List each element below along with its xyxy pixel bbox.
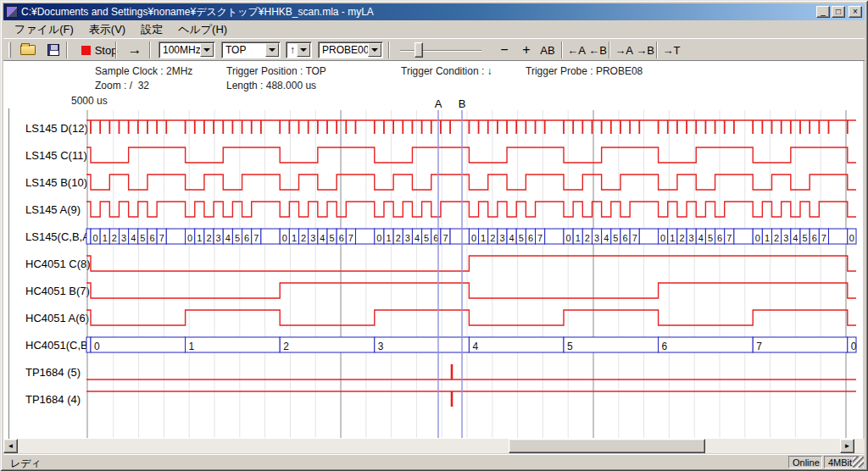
bus-cell <box>375 337 470 352</box>
bus-value: 5 <box>519 233 524 243</box>
scroll-left-icon[interactable]: ◄ <box>3 439 18 453</box>
bus-value: 4 <box>131 233 136 243</box>
bus-value: 5 <box>424 233 429 243</box>
bus-value: 7 <box>442 233 448 243</box>
bus-value: 2 <box>585 233 590 243</box>
bus-value: 5 <box>613 233 618 243</box>
bus-value: 0 <box>376 233 381 243</box>
bus-cell <box>734 229 753 244</box>
bus-value: 7 <box>756 341 762 352</box>
bus-value: 7 <box>253 233 259 243</box>
bus-value: 5 <box>803 233 808 243</box>
bus-value: 3 <box>499 233 504 243</box>
bus-value: 1 <box>670 233 675 243</box>
bus-value: 6 <box>662 341 668 352</box>
waveform-plot[interactable]: 0123456701234567012345670123456701234567… <box>0 0 868 471</box>
bus-value: 3 <box>405 233 410 243</box>
bus-value: 7 <box>348 233 353 243</box>
bus-value: 0 <box>471 233 476 243</box>
bus-value: 1 <box>576 233 581 243</box>
bus-value: 0 <box>282 233 287 243</box>
bus-value: 3 <box>783 233 788 243</box>
bus-value: 6 <box>528 233 533 243</box>
bus-value: 6 <box>717 233 722 243</box>
bus-value: 2 <box>301 233 306 243</box>
bus-value: 6 <box>149 233 154 243</box>
bus-cell <box>86 229 91 244</box>
scroll-right-icon[interactable]: ► <box>840 439 854 453</box>
bus-value: 0 <box>660 233 665 243</box>
bus-value: 5 <box>708 233 713 243</box>
bus-value: 2 <box>396 233 401 243</box>
bus-value: 1 <box>765 233 770 243</box>
bus-value: 3 <box>689 233 694 243</box>
bus-value: 0 <box>566 233 571 243</box>
bus-cell <box>545 229 564 244</box>
bus-cell <box>91 337 186 352</box>
bus-cell <box>469 337 564 352</box>
bus-value: 0 <box>187 233 192 243</box>
bus-value: 7 <box>537 233 542 243</box>
bus-cell <box>280 337 375 352</box>
bus-value: 3 <box>121 233 126 243</box>
digital-waveform <box>86 175 856 190</box>
bus-value: 4 <box>320 233 325 243</box>
cursor-a-label: A <box>435 97 442 110</box>
bus-cell <box>564 337 659 352</box>
bus-value: 1 <box>292 233 297 243</box>
bus-value: 1 <box>197 233 202 243</box>
bus-value: 5 <box>567 341 573 352</box>
bus-value: 2 <box>112 233 117 243</box>
bus-value: 0 <box>94 341 100 352</box>
status-bar: レディ Online 4MBit <box>3 454 865 468</box>
bus-value: 2 <box>679 233 684 243</box>
bus-value: 6 <box>812 233 817 243</box>
bus-value: 4 <box>793 233 798 243</box>
cursor-b-label: B <box>459 97 466 110</box>
digital-waveform <box>86 283 856 298</box>
bus-value: 3 <box>310 233 315 243</box>
bus-cell <box>639 229 658 244</box>
bus-value: 2 <box>774 233 779 243</box>
scrollbar-thumb[interactable] <box>509 439 705 453</box>
bus-cell <box>355 229 374 244</box>
digital-waveform <box>86 310 856 325</box>
bus-value: 1 <box>386 233 391 243</box>
bus-value: 4 <box>472 341 478 352</box>
resize-grip[interactable] <box>853 457 864 468</box>
bus-value: 3 <box>216 233 221 243</box>
bus-value: 3 <box>378 341 384 352</box>
digital-waveform <box>86 256 856 271</box>
bus-cell <box>186 337 281 352</box>
status-ready-text: レディ <box>10 457 42 471</box>
bus-cell <box>166 229 185 244</box>
bus-value: 2 <box>283 341 289 352</box>
bus-value: 2 <box>490 233 495 243</box>
bus-value: 1 <box>103 233 108 243</box>
app-window: C:¥Documents and Settings¥noname¥デスクトップ¥… <box>0 0 868 471</box>
bus-value: 6 <box>339 233 344 243</box>
bus-cell <box>450 229 469 244</box>
bus-value: 0 <box>851 341 857 352</box>
horizontal-scrollbar[interactable]: ◄ ► <box>3 439 865 453</box>
digital-waveform <box>86 202 856 217</box>
bus-value: 7 <box>726 233 732 243</box>
bus-value: 4 <box>415 233 420 243</box>
bus-value: 4 <box>225 233 231 243</box>
bus-value: 0 <box>93 233 98 243</box>
bus-value: 5 <box>140 233 145 243</box>
bus-value: 1 <box>189 341 195 352</box>
bus-value: 0 <box>849 233 854 243</box>
bus-cell <box>753 337 848 352</box>
bus-value: 4 <box>604 233 609 243</box>
bus-value: 3 <box>594 233 599 243</box>
bus-cell <box>659 337 754 352</box>
bus-value: 4 <box>509 233 515 243</box>
bus-value: 5 <box>235 233 240 243</box>
bus-cell <box>261 229 280 244</box>
bus-cell <box>828 229 847 244</box>
bus-value: 4 <box>698 233 704 243</box>
bus-cell <box>86 337 91 352</box>
bus-value: 7 <box>632 233 637 243</box>
digital-waveform <box>86 147 856 163</box>
